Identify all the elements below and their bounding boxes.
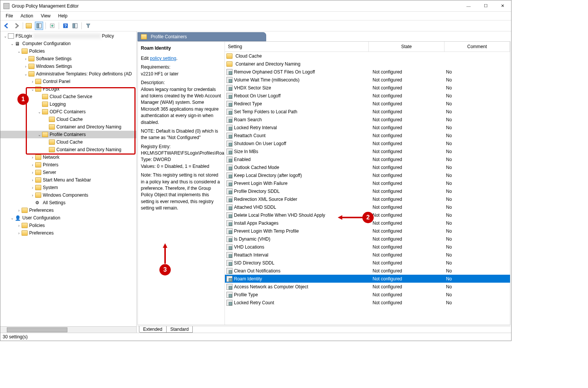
tree-twisty[interactable]: · bbox=[44, 148, 49, 152]
list-row[interactable]: Set Temp Folders to Local PathNot config… bbox=[225, 108, 510, 116]
tree-twisty[interactable]: ⌄ bbox=[37, 110, 42, 114]
list-row[interactable]: Size In MBsNot configuredNo bbox=[225, 147, 510, 155]
list-row[interactable]: VHD LocationsNot configuredNo bbox=[225, 243, 510, 251]
tab-extended[interactable]: Extended bbox=[139, 326, 167, 333]
list-row[interactable]: SID Directory SDDLNot configuredNo bbox=[225, 259, 510, 267]
list-row[interactable]: Clean Out NotificationsNot configuredNo bbox=[225, 267, 510, 275]
tree-twisty[interactable]: › bbox=[30, 178, 35, 182]
tree-item[interactable]: ·Cloud Cache bbox=[0, 116, 136, 123]
list-row[interactable]: Roam IdentityNot configuredNo bbox=[225, 275, 510, 283]
tree-twisty[interactable]: ⌄ bbox=[37, 133, 42, 137]
list-row[interactable]: Attached VHD SDDLNot configuredNo bbox=[225, 203, 510, 211]
up-button[interactable] bbox=[25, 22, 34, 30]
settings-list[interactable]: Cloud CacheContainer and Directory Namin… bbox=[225, 52, 510, 325]
list-row[interactable]: VHDX Sector SizeNot configuredNo bbox=[225, 84, 510, 92]
list-row[interactable]: Access Network as Computer ObjectNot con… bbox=[225, 283, 510, 291]
list-row[interactable]: Prevent Login With FailureNot configured… bbox=[225, 179, 510, 187]
tree-twisty[interactable]: · bbox=[37, 95, 42, 99]
tree-twisty[interactable]: ⌄ bbox=[16, 49, 22, 53]
list-row[interactable]: Profile Directory SDDLNot configuredNo bbox=[225, 187, 510, 195]
tree-item[interactable]: ›Printers bbox=[0, 161, 136, 169]
tree-item[interactable]: ⌄Computer Configuration bbox=[0, 40, 136, 47]
tree-twisty[interactable]: › bbox=[30, 186, 35, 190]
tree-twisty[interactable]: · bbox=[44, 117, 49, 122]
tree-item[interactable]: ›Windows Components bbox=[0, 191, 136, 199]
help-button[interactable]: ? bbox=[61, 22, 70, 30]
forward-button[interactable] bbox=[12, 22, 20, 30]
tree-twisty[interactable]: · bbox=[37, 102, 42, 106]
maximize-button[interactable]: ☐ bbox=[477, 0, 494, 12]
list-row[interactable]: Reattach IntervalNot configuredNo bbox=[225, 251, 510, 259]
tree-item[interactable]: ·Cloud Cache Service bbox=[0, 93, 136, 100]
menu-action[interactable]: Action bbox=[17, 13, 36, 19]
tree-item[interactable]: ·Container and Directory Naming bbox=[0, 146, 136, 153]
list-row[interactable]: Redirect TypeNot configuredNo bbox=[225, 100, 510, 108]
show-tree-button[interactable] bbox=[35, 22, 43, 30]
tree-item[interactable]: ⌄FSLogix bbox=[0, 85, 136, 93]
column-comment[interactable]: Comment bbox=[445, 42, 510, 52]
list-row[interactable]: Locked Retry CountNot configuredNo bbox=[225, 299, 510, 307]
list-row[interactable]: Remove Orphaned OST Files On LogoffNot c… bbox=[225, 68, 510, 76]
tree-twisty[interactable]: ⌄ bbox=[23, 72, 28, 76]
filter-button[interactable] bbox=[84, 22, 92, 30]
menu-help[interactable]: Help bbox=[55, 13, 71, 19]
tree-item[interactable]: ⌄User Configuration bbox=[0, 214, 136, 222]
tree-item[interactable]: ›Start Menu and Taskbar bbox=[0, 176, 136, 184]
tree-twisty[interactable]: › bbox=[23, 64, 28, 69]
tree-twisty[interactable]: › bbox=[30, 163, 35, 167]
list-row[interactable]: Volume Wait Time (milliseconds)Not confi… bbox=[225, 76, 510, 84]
list-row[interactable]: Redirection XML Source FolderNot configu… bbox=[225, 195, 510, 203]
tree-item[interactable]: ⌄ODFC Containers bbox=[0, 108, 136, 116]
tree-item[interactable]: ›System bbox=[0, 184, 136, 191]
list-row[interactable]: Install Appx PackagesNot configuredNo bbox=[225, 219, 510, 227]
tree-twisty[interactable]: › bbox=[30, 155, 35, 160]
column-setting[interactable]: Setting bbox=[225, 42, 369, 52]
column-state[interactable]: State bbox=[369, 42, 445, 52]
list-row[interactable]: Is Dynamic (VHD)Not configuredNo bbox=[225, 235, 510, 243]
tree-item[interactable]: ›Control Panel bbox=[0, 78, 136, 85]
list-row[interactable]: Delete Local Profile When VHD Should App… bbox=[225, 211, 510, 219]
filter-options-button[interactable] bbox=[71, 22, 79, 30]
menu-view[interactable]: View bbox=[38, 13, 54, 19]
close-button[interactable]: ✕ bbox=[494, 0, 511, 12]
titlebar[interactable]: Group Policy Management Editor — ☐ ✕ bbox=[0, 0, 511, 12]
tree-twisty[interactable]: › bbox=[30, 193, 35, 197]
tree-item[interactable]: ⌄FSLogixPolicy bbox=[0, 32, 136, 40]
tree-twisty[interactable]: › bbox=[16, 208, 22, 213]
list-row[interactable]: Shutdown On User LogoffNot configuredNo bbox=[225, 139, 510, 147]
tree-twisty[interactable]: · bbox=[44, 140, 49, 144]
list-row[interactable]: Prevent Login With Temp ProfileNot confi… bbox=[225, 227, 510, 235]
back-button[interactable] bbox=[3, 22, 11, 30]
tree-item[interactable]: ›Network bbox=[0, 153, 136, 161]
tree-pane[interactable]: ⌄FSLogixPolicy⌄Computer Configuration⌄Po… bbox=[0, 31, 137, 333]
tree-item[interactable]: ⌄Profile Containers bbox=[0, 131, 136, 138]
list-row[interactable]: Keep Local Directory (after logoff)Not c… bbox=[225, 171, 510, 179]
tree-item[interactable]: ›Software Settings bbox=[0, 55, 136, 63]
tree-item[interactable]: ›Windows Settings bbox=[0, 63, 136, 70]
tree-twisty[interactable]: › bbox=[16, 224, 22, 228]
tree-twisty[interactable]: ⌄ bbox=[3, 34, 8, 38]
tree-twisty[interactable]: › bbox=[16, 231, 22, 235]
list-row[interactable]: Reboot On User LogoffNot configuredNo bbox=[225, 92, 510, 100]
list-row[interactable]: Reattach CountNot configuredNo bbox=[225, 131, 510, 139]
list-row[interactable]: Outlook Cached ModeNot configuredNo bbox=[225, 163, 510, 171]
tree-item[interactable]: ›Server bbox=[0, 169, 136, 176]
tree-item[interactable]: ·Logging bbox=[0, 100, 136, 108]
list-row[interactable]: Roam SearchNot configuredNo bbox=[225, 116, 510, 124]
settings-list-header[interactable]: Setting State Comment bbox=[225, 42, 510, 52]
tree-twisty[interactable]: ⌄ bbox=[9, 216, 15, 220]
tree-item[interactable]: ›Preferences bbox=[0, 229, 136, 237]
tab-standard[interactable]: Standard bbox=[166, 326, 193, 333]
tree-item[interactable]: ·Cloud Cache bbox=[0, 138, 136, 146]
list-row[interactable]: EnabledNot configuredNo bbox=[225, 155, 510, 163]
list-row[interactable]: Container and Directory Naming bbox=[225, 60, 510, 68]
tree-twisty[interactable]: · bbox=[30, 201, 35, 205]
tree-twisty[interactable]: › bbox=[30, 80, 35, 84]
list-row[interactable]: Cloud Cache bbox=[225, 52, 510, 60]
export-button[interactable] bbox=[48, 22, 56, 30]
tree-item[interactable]: ⌄Administrative Templates: Policy defini… bbox=[0, 70, 136, 78]
tree-twisty[interactable]: · bbox=[44, 125, 49, 129]
tree-twisty[interactable]: › bbox=[30, 171, 35, 175]
tree-item[interactable]: ⌄Policies bbox=[0, 47, 136, 55]
list-row[interactable]: Profile TypeNot configuredNo bbox=[225, 291, 510, 299]
